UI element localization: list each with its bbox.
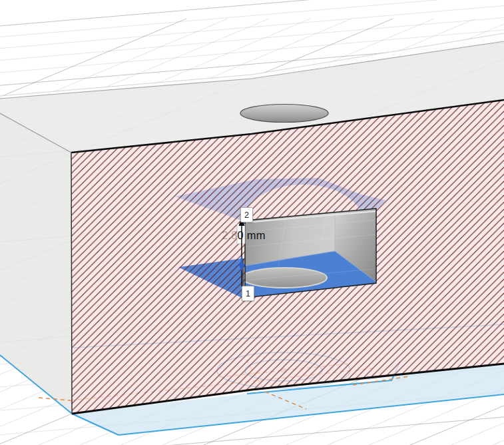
dimension-label[interactable]: 2.80 mm <box>222 229 266 242</box>
box-left-face[interactable] <box>0 113 72 414</box>
extent-marker-2[interactable]: 2 <box>240 207 253 222</box>
dimension-value-occluded: 2.8 <box>222 229 238 241</box>
section-left-edge <box>71 153 72 414</box>
dimension-value: 0 mm <box>238 229 266 241</box>
cad-viewport[interactable]: 2 1 2.80 mm <box>0 0 504 445</box>
extent-marker-2-label: 2 <box>244 211 249 220</box>
floor-hole-ellipse[interactable] <box>242 268 327 288</box>
extent-marker-1-label: 1 <box>246 289 250 298</box>
extent-marker-1[interactable]: 1 <box>242 286 254 301</box>
cavity-interior[interactable] <box>242 209 376 298</box>
scene-canvas <box>0 0 504 445</box>
hole-top-ellipse[interactable] <box>240 105 328 123</box>
